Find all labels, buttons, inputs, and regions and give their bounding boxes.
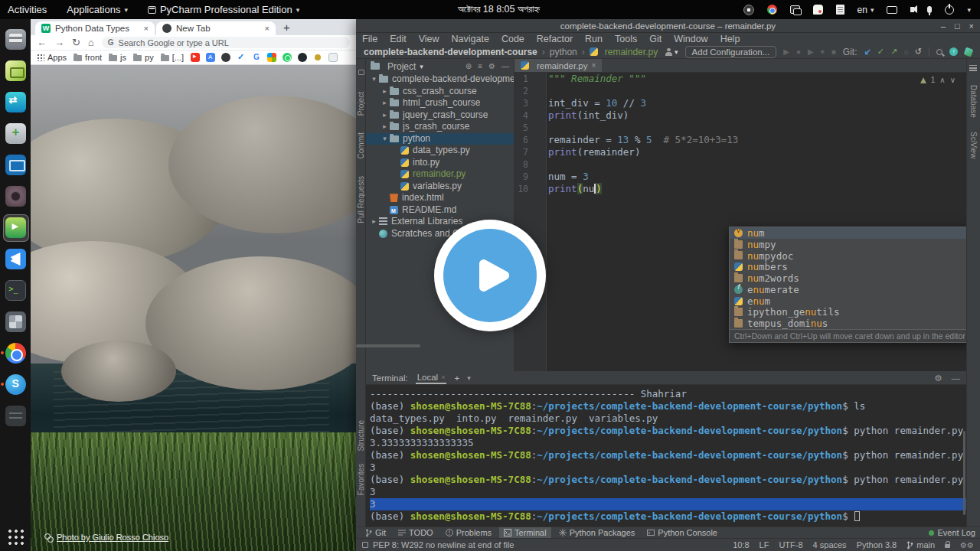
activities-button[interactable]: Activities <box>8 4 47 15</box>
dock-item-software-updater[interactable] <box>0 118 31 149</box>
windows-tray-icon[interactable] <box>790 5 800 14</box>
stripe-button-database[interactable]: Database <box>969 85 978 118</box>
translate-bookmark-icon[interactable] <box>206 53 215 62</box>
tree-item[interactable]: ▸jquery_crash_course <box>366 109 514 122</box>
chevron-right-icon[interactable]: ▸ <box>380 121 390 133</box>
completion-item[interactable]: ipython_genutils <box>730 307 966 318</box>
collapse-all-icon[interactable]: ≡ <box>478 62 482 70</box>
chevron-right-icon[interactable]: ▸ <box>380 109 390 122</box>
caret-position[interactable]: 10:8 <box>733 540 749 549</box>
next-problem-icon[interactable]: ∨ <box>950 76 956 84</box>
whatsapp-bookmark-icon[interactable] <box>283 53 292 62</box>
menu-file[interactable]: File <box>362 34 377 44</box>
youtube-bookmark-icon[interactable] <box>191 53 200 62</box>
close-tab-icon[interactable]: × <box>265 24 270 33</box>
git-update-icon[interactable]: ↙ <box>864 47 871 57</box>
inspection-status-icon[interactable] <box>362 542 368 548</box>
keyboard-layout-indicator[interactable]: en▾ <box>858 5 874 15</box>
add-configuration-button[interactable]: Add Configuration... <box>685 46 777 58</box>
menu-refactor[interactable]: Refactor <box>537 34 573 44</box>
forward-icon[interactable]: → <box>54 37 64 47</box>
menu-navigate[interactable]: Navigate <box>452 34 489 44</box>
stripe-button-project[interactable]: Project <box>357 92 365 116</box>
indent-style[interactable]: 4 spaces <box>813 540 847 549</box>
bookmark-folder-py[interactable]: py <box>133 53 154 62</box>
home-icon[interactable]: ⌂ <box>88 37 94 47</box>
bookmark-folder-js[interactable]: js <box>109 53 126 62</box>
profiler-icon[interactable]: ▾ <box>821 47 825 56</box>
new-tab-button[interactable]: + <box>283 21 290 34</box>
stripe-button-favorites[interactable]: Favorites <box>357 464 365 495</box>
update-available-icon[interactable]: ↑ <box>949 47 958 56</box>
chevron-down-icon[interactable]: ▾ <box>369 73 379 86</box>
dock-item-remote-desktop[interactable] <box>0 149 31 181</box>
chevron-right-icon[interactable]: ▸ <box>380 86 390 98</box>
code-editor[interactable]: 1""" Remainder """23int_div = 10 // 34pr… <box>514 73 966 371</box>
power-icon[interactable] <box>945 5 954 15</box>
dock-item-skype[interactable] <box>0 369 31 400</box>
close-tab-icon[interactable]: × <box>591 61 596 70</box>
tree-item[interactable]: data_types.py <box>366 145 514 157</box>
hide-panel-icon[interactable]: — <box>501 62 509 70</box>
dock-item-terminal[interactable] <box>0 275 31 306</box>
git-history-icon[interactable]: ○ <box>903 47 909 57</box>
python-interpreter[interactable]: Python 3.8 <box>857 540 897 549</box>
tool-button-python-console[interactable]: Python Console <box>642 527 722 539</box>
maximize-icon[interactable]: □ <box>955 21 960 31</box>
dock-item-tweaks[interactable] <box>0 400 31 432</box>
background-tasks-icon[interactable]: ⚙⚙ <box>960 541 974 549</box>
readonly-lock-icon[interactable] <box>945 544 950 548</box>
video-play-overlay[interactable] <box>434 220 546 331</box>
check-bookmark-icon[interactable] <box>237 53 246 62</box>
menu-tools[interactable]: Tools <box>615 34 637 44</box>
hide-terminal-icon[interactable]: — <box>952 373 961 383</box>
play-button[interactable] <box>443 229 537 322</box>
terminal-settings-gear-icon[interactable]: ⚙ <box>934 373 942 383</box>
status-message[interactable]: PEP 8: W292 no newline at end of file <box>373 540 514 549</box>
notes-tray-icon[interactable] <box>813 5 823 15</box>
close-tab-icon[interactable]: × <box>441 373 445 381</box>
system-menu-chevron-icon[interactable]: ▾ <box>967 6 971 14</box>
scales-bookmark-icon[interactable] <box>313 53 322 62</box>
completion-item[interactable]: enumeratebuiltins <box>730 284 966 295</box>
completion-item[interactable]: tempus_dominus <box>730 318 966 329</box>
chevron-down-icon[interactable]: ▾ <box>420 63 423 70</box>
completion-item[interactable]: numpy <box>730 239 966 250</box>
stripe-button-pull-requests[interactable]: Pull Requests <box>357 176 365 223</box>
stripe-button-sciview[interactable]: SciView <box>969 132 978 158</box>
display-icon[interactable] <box>887 6 897 14</box>
tree-item[interactable]: ▸html_crush_course <box>366 97 514 109</box>
tree-item[interactable]: variables.py <box>366 181 514 193</box>
completion-item[interactable]: numpydoc <box>730 250 966 262</box>
dock-item-screen-recorder[interactable] <box>0 212 31 243</box>
user-account-button[interactable]: ▾ <box>665 48 678 56</box>
terminal-scrollbar[interactable] <box>963 431 965 515</box>
applications-menu[interactable]: Applications▾ <box>67 4 128 15</box>
chrome-tray-icon[interactable] <box>767 5 777 15</box>
close-tab-icon[interactable]: × <box>144 24 149 33</box>
clock[interactable]: অক্টোবর 18 8:05 অপরাহ্ন <box>458 0 540 19</box>
completion-item[interactable]: num2words <box>730 272 966 284</box>
extension-bookmark-icon[interactable] <box>328 53 338 62</box>
dock-item-chrome[interactable] <box>0 337 31 369</box>
menu-window[interactable]: Window <box>674 34 707 44</box>
git-rollback-icon[interactable]: ↺ <box>915 47 922 57</box>
bookmark-folder-[interactable]: [...] <box>161 53 184 62</box>
completion-item[interactable]: numbers <box>730 261 966 272</box>
dock-item-calculator[interactable] <box>0 306 31 337</box>
menu-run[interactable]: Run <box>585 34 603 44</box>
stripe-button-commit[interactable]: Commit <box>357 132 365 158</box>
tree-item[interactable]: ▸js_crash_course <box>366 121 514 133</box>
menu-edit[interactable]: Edit <box>390 34 407 44</box>
menu-help[interactable]: Help <box>720 34 740 44</box>
tree-item[interactable]: ▾python <box>366 133 514 145</box>
tool-button-problems[interactable]: Problems <box>441 527 496 539</box>
run-icon[interactable]: ▶ <box>783 47 789 56</box>
menu-code[interactable]: Code <box>501 34 524 44</box>
github-bookmark-icon[interactable] <box>298 53 307 62</box>
profile-bookmark-icon[interactable] <box>221 53 230 62</box>
menu-git[interactable]: Git <box>649 34 662 44</box>
microsoft-bookmark-icon[interactable] <box>267 53 276 62</box>
screenshot-tray-icon[interactable] <box>743 5 754 15</box>
tree-item[interactable]: ▸css_crash_course <box>366 86 514 98</box>
